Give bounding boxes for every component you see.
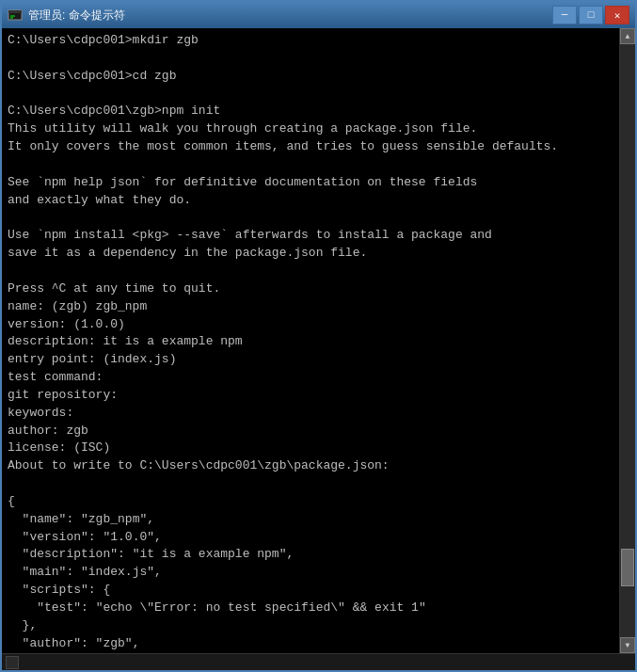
- status-indicator: [6, 656, 19, 669]
- scroll-up-button[interactable]: ▲: [620, 28, 635, 44]
- terminal-wrapper: C:\Users\cdpc001>mkdir zgb C:\Users\cdpc…: [2, 28, 635, 653]
- minimize-button[interactable]: ─: [552, 6, 577, 24]
- window-title: 管理员: 命令提示符: [28, 8, 552, 24]
- scroll-down-button[interactable]: ▼: [620, 637, 635, 653]
- close-button[interactable]: ✕: [605, 6, 629, 24]
- scroll-thumb[interactable]: [621, 549, 634, 586]
- scroll-track[interactable]: [620, 44, 635, 637]
- maximize-button[interactable]: □: [579, 6, 603, 24]
- scrollbar[interactable]: ▲ ▼: [619, 28, 635, 653]
- window-icon: [8, 8, 23, 23]
- svg-rect-1: [8, 10, 22, 13]
- terminal-output[interactable]: C:\Users\cdpc001>mkdir zgb C:\Users\cdpc…: [2, 28, 619, 653]
- window: 管理员: 命令提示符 ─ □ ✕ C:\Users\cdpc001>mkdir …: [0, 0, 637, 672]
- titlebar: 管理员: 命令提示符 ─ □ ✕: [2, 2, 635, 28]
- titlebar-buttons: ─ □ ✕: [552, 6, 629, 24]
- status-bar: [2, 653, 635, 670]
